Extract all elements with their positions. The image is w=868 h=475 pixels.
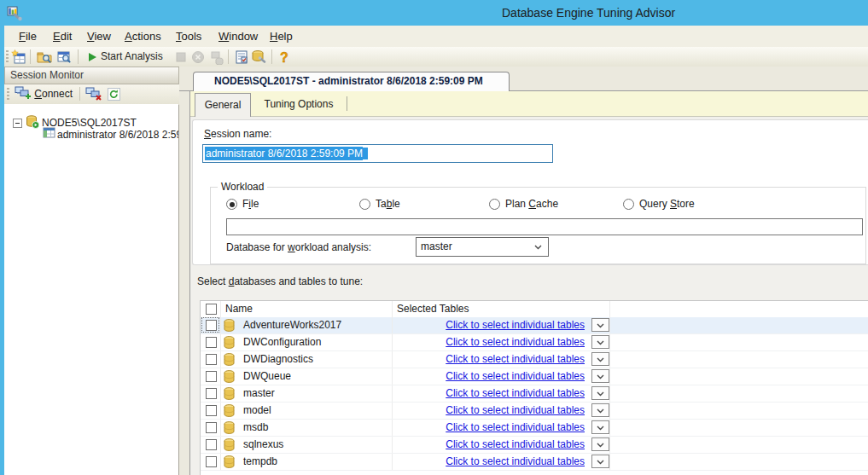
database-name: DWConfiguration [243, 336, 321, 348]
tables-dropdown-button[interactable] [591, 437, 609, 451]
chevron-down-icon [597, 340, 604, 345]
table-row[interactable]: msdb Click to select individual tables [201, 420, 868, 437]
column-divider [392, 368, 393, 385]
new-session-icon[interactable] [11, 49, 26, 65]
column-divider [392, 317, 393, 333]
table-row[interactable]: DWDiagnostics Click to select individual… [201, 351, 868, 368]
menu-view[interactable]: View [84, 26, 114, 47]
session-monitor-header: Session Monitor [4, 67, 179, 84]
session-name-input[interactable]: administrator 8/6/2018 2:59:09 PM [202, 144, 553, 163]
db-for-analysis-combo[interactable]: master [416, 237, 549, 257]
tree-session-label: administrator 8/6/2018 2:59: [57, 129, 178, 141]
select-tables-link[interactable]: Click to select individual tables [446, 336, 585, 348]
select-tables-link[interactable]: Click to select individual tables [446, 421, 585, 433]
workload-radio-1[interactable] [359, 199, 370, 210]
row-checkbox[interactable] [206, 320, 217, 331]
select-tables-link[interactable]: Click to select individual tables [446, 387, 585, 399]
database-cylinder-icon [224, 319, 235, 332]
refresh-icon[interactable] [108, 88, 120, 101]
stop-analysis-icon[interactable] [173, 49, 189, 65]
open-workload-file-icon[interactable] [37, 49, 52, 65]
menu-file[interactable]: File [15, 26, 40, 47]
tree-item-server[interactable]: NODE5\SQL2017ST [4, 109, 178, 125]
toolbar-separator [78, 49, 79, 64]
tab-general[interactable]: General [195, 93, 251, 117]
workload-radio-table-label: Table [376, 198, 400, 210]
row-checkbox[interactable] [206, 405, 217, 416]
session-name-label: Session name: [204, 128, 271, 140]
menu-edit[interactable]: Edit [50, 26, 75, 47]
table-row[interactable]: sqlnexus Click to select individual tabl… [201, 437, 868, 454]
tables-dropdown-button[interactable] [591, 369, 609, 383]
select-databases-label: Select databases and tables to tune: [197, 275, 363, 287]
table-row[interactable]: master Click to select individual tables [201, 385, 868, 403]
select-tables-link[interactable]: Click to select individual tables [446, 438, 585, 450]
menu-window[interactable]: Window [215, 26, 261, 47]
tables-dropdown-button[interactable] [591, 335, 609, 349]
connect-button[interactable]: Connect [15, 85, 73, 103]
tree-item-session[interactable]: administrator 8/6/2018 2:59: [4, 125, 178, 140]
apply-recommendations-icon[interactable] [209, 49, 224, 65]
select-tables-link[interactable]: Click to select individual tables [446, 370, 585, 382]
start-analysis-play-icon[interactable] [87, 52, 97, 62]
document-tab[interactable]: NODE5\SQL2017ST - administrator 8/6/2018… [193, 72, 510, 91]
menu-help[interactable]: Help [266, 26, 296, 47]
row-checkbox[interactable] [206, 337, 217, 348]
tables-dropdown-button[interactable] [591, 318, 609, 332]
row-checkbox[interactable] [206, 354, 217, 365]
menu-tools[interactable]: Tools [172, 26, 205, 47]
disconnect-computers-x-icon[interactable] [85, 87, 102, 101]
selected-text: administrator 8/6/2018 2:59:09 PM [205, 147, 363, 160]
chevron-down-icon [597, 408, 604, 414]
select-tables-link[interactable]: Click to select individual tables [446, 404, 585, 416]
column-divider [609, 301, 610, 317]
tab-page: General Tuning Options Session name: adm… [189, 91, 868, 475]
table-row[interactable]: DWConfiguration Click to select individu… [201, 334, 868, 351]
table-row[interactable]: model Click to select individual tables [201, 403, 868, 420]
tables-dropdown-button[interactable] [591, 403, 609, 417]
tables-dropdown-button[interactable] [591, 420, 609, 434]
tuning-options-db-wrench-icon[interactable] [251, 49, 266, 65]
menu-actions[interactable]: Actions [121, 26, 165, 47]
table-row[interactable]: DWQueue Click to select individual table… [201, 368, 868, 385]
session-monitor-toolbar: Connect [4, 84, 179, 105]
tab-tuning-options[interactable]: Tuning Options [251, 93, 347, 116]
menu-bar: File Edit View Actions Tools Window Help [4, 26, 868, 48]
tables-dropdown-button[interactable] [591, 386, 609, 400]
workload-radio-3[interactable] [623, 199, 634, 210]
cancel-icon[interactable] [190, 49, 206, 65]
tuning-report-icon[interactable] [234, 49, 249, 65]
column-divider [392, 454, 393, 470]
table-header: Name Selected Tables [201, 301, 868, 318]
open-workload-table-icon[interactable] [56, 49, 72, 65]
toolbar-separator [79, 87, 80, 101]
connect-label: Connect [34, 88, 73, 100]
workload-file-input[interactable] [226, 218, 863, 235]
start-analysis-button[interactable]: Start Analysis [101, 47, 163, 67]
workload-radio-2[interactable] [489, 199, 500, 210]
row-checkbox[interactable] [206, 388, 217, 399]
workload-radio-0[interactable] [226, 199, 237, 210]
tables-dropdown-button[interactable] [591, 455, 609, 468]
tables-dropdown-button[interactable] [591, 352, 609, 366]
chevron-down-icon [597, 443, 604, 448]
row-checkbox[interactable] [206, 439, 217, 450]
column-divider [220, 403, 221, 419]
column-divider [392, 420, 393, 436]
table-row[interactable]: tempdb Click to select individual tables [201, 454, 868, 471]
select-all-checkbox[interactable] [206, 304, 217, 315]
select-tables-link[interactable]: Click to select individual tables [446, 455, 585, 467]
help-question-icon[interactable]: ? [277, 49, 292, 65]
row-checkbox[interactable] [206, 371, 217, 382]
session-monitor-panel: Session Monitor Connect [4, 67, 179, 475]
chevron-down-icon [597, 460, 604, 465]
db-table-body: AdventureWorks2017 Click to select indiv… [201, 317, 868, 471]
db-for-analysis-label: Database for workload analysis: [226, 241, 371, 253]
database-cylinder-icon [224, 404, 235, 417]
select-tables-link[interactable]: Click to select individual tables [446, 319, 585, 331]
row-checkbox[interactable] [206, 456, 217, 467]
select-tables-link[interactable]: Click to select individual tables [446, 353, 585, 365]
session-tree: NODE5\SQL2017ST administrator 8/6/2018 2… [4, 104, 178, 475]
table-row[interactable]: AdventureWorks2017 Click to select indiv… [201, 317, 868, 334]
row-checkbox[interactable] [206, 422, 217, 433]
